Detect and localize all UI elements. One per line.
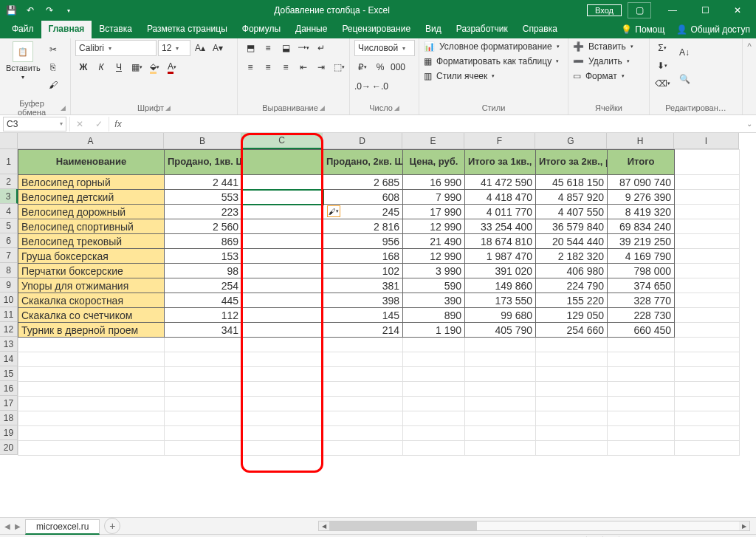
cell[interactable]: [323, 426, 403, 441]
cell[interactable]: [536, 411, 608, 426]
font-name-combo[interactable]: Calibri▾: [75, 40, 157, 56]
cell[interactable]: 1 987 470: [465, 249, 536, 264]
header-cell[interactable]: [675, 150, 740, 175]
cell[interactable]: 12 990: [403, 249, 465, 264]
delete-cells-button[interactable]: ➖Удалить▾: [573, 55, 630, 68]
column-header-F[interactable]: F: [464, 133, 535, 149]
header-cell[interactable]: Продано, 2кв. Шт.: [323, 150, 403, 175]
scroll-left-icon[interactable]: ◀: [319, 521, 329, 530]
cell[interactable]: [242, 338, 323, 352]
cell[interactable]: [465, 352, 536, 367]
italic-button[interactable]: К: [93, 59, 109, 75]
cell[interactable]: [675, 411, 740, 426]
tab-вставка[interactable]: Вставка: [92, 21, 140, 38]
cell[interactable]: 99 680: [465, 308, 536, 323]
decrease-decimal-icon[interactable]: ←.0: [372, 78, 388, 95]
cell[interactable]: [403, 426, 465, 441]
align-center-icon[interactable]: ≡: [260, 59, 276, 75]
cell[interactable]: 553: [165, 190, 242, 205]
cell[interactable]: 98: [165, 264, 242, 278]
cell[interactable]: [242, 190, 323, 205]
spreadsheet-grid[interactable]: ABCDEFGHI 123456789101112131415161718192…: [0, 133, 756, 517]
fx-icon[interactable]: fx: [109, 119, 127, 129]
cell[interactable]: [165, 338, 242, 352]
minimize-icon[interactable]: —: [657, 0, 688, 21]
cell[interactable]: 341: [165, 323, 242, 338]
cell[interactable]: [242, 441, 323, 456]
save-icon[interactable]: 💾: [3, 2, 19, 18]
cell[interactable]: [403, 338, 465, 352]
cell[interactable]: 4 418 470: [465, 190, 536, 205]
cell[interactable]: [242, 234, 323, 249]
cell[interactable]: [242, 411, 323, 426]
cell[interactable]: [18, 426, 165, 441]
cell[interactable]: [465, 397, 536, 411]
decrease-indent-icon[interactable]: ⇤: [295, 59, 312, 75]
cell[interactable]: 405 790: [465, 323, 536, 338]
cell[interactable]: [242, 382, 323, 397]
tab-рецензирование[interactable]: Рецензирование: [334, 21, 418, 38]
cell[interactable]: [165, 367, 242, 382]
cell[interactable]: [536, 352, 608, 367]
cell[interactable]: [323, 397, 403, 411]
tab-главная[interactable]: Главная: [41, 21, 92, 38]
cell[interactable]: [323, 441, 403, 456]
row-header-13[interactable]: 13: [0, 337, 18, 352]
row-header-15[interactable]: 15: [0, 366, 18, 381]
row-header-1[interactable]: 1: [0, 149, 18, 174]
cell[interactable]: 20 544 440: [536, 234, 608, 249]
align-right-icon[interactable]: ≡: [278, 59, 294, 75]
cell[interactable]: [465, 426, 536, 441]
cut-icon[interactable]: ✂: [45, 41, 61, 58]
cell[interactable]: 4 407 550: [536, 205, 608, 219]
column-header-A[interactable]: A: [18, 133, 164, 149]
cell[interactable]: 2 560: [165, 219, 242, 234]
cell[interactable]: 112: [165, 308, 242, 323]
cell[interactable]: 39 219 250: [608, 234, 675, 249]
cell[interactable]: 374 650: [608, 278, 675, 293]
cell[interactable]: 391 020: [465, 264, 536, 278]
cell[interactable]: 798 000: [608, 264, 675, 278]
merge-icon[interactable]: ⬚▾: [331, 59, 347, 75]
cell[interactable]: [18, 397, 165, 411]
cell[interactable]: 7 990: [403, 190, 465, 205]
cell[interactable]: 33 254 400: [465, 219, 536, 234]
cell[interactable]: [403, 352, 465, 367]
comma-icon[interactable]: 000: [390, 59, 406, 75]
align-middle-icon[interactable]: ≡: [260, 40, 276, 56]
qat-customize-icon[interactable]: ▾: [61, 2, 77, 18]
tab-формулы[interactable]: Формулы: [235, 21, 288, 38]
cell[interactable]: 145: [323, 308, 403, 323]
cell[interactable]: 590: [403, 278, 465, 293]
cell[interactable]: 153: [165, 249, 242, 264]
cell[interactable]: [465, 441, 536, 456]
column-header-C[interactable]: C: [241, 133, 323, 149]
cell[interactable]: 4 169 790: [608, 249, 675, 264]
accounting-icon[interactable]: ₽▾: [354, 59, 371, 75]
cell[interactable]: 223: [165, 205, 242, 219]
scroll-thumb[interactable]: [329, 521, 477, 530]
cell[interactable]: 2 182 320: [536, 249, 608, 264]
number-format-combo[interactable]: Числовой▾: [354, 40, 415, 56]
cell[interactable]: [242, 205, 323, 219]
sheet-nav-next-icon[interactable]: ▶: [15, 522, 21, 530]
cell[interactable]: [465, 367, 536, 382]
align-top-icon[interactable]: ⬒: [242, 40, 258, 56]
cell[interactable]: [242, 352, 323, 367]
cell[interactable]: [242, 249, 323, 264]
cell[interactable]: [323, 338, 403, 352]
sheet-nav-prev-icon[interactable]: ◀: [4, 522, 10, 530]
cell[interactable]: Велосипед спортивный: [18, 219, 165, 234]
cell[interactable]: [323, 367, 403, 382]
row-header-18[interactable]: 18: [0, 411, 18, 425]
ribbon-options-icon[interactable]: ▢: [628, 2, 651, 18]
row-header-19[interactable]: 19: [0, 425, 18, 440]
cell[interactable]: Турник в дверной проем: [18, 323, 165, 338]
cell[interactable]: [608, 397, 675, 411]
shrink-font-icon[interactable]: A▾: [210, 40, 226, 56]
share-button[interactable]: 👤 Общий доступ: [670, 21, 756, 38]
insert-cells-button[interactable]: ➕Вставить▾: [573, 40, 633, 53]
cell[interactable]: [165, 397, 242, 411]
cell[interactable]: [242, 323, 323, 338]
collapse-ribbon-icon[interactable]: ^: [743, 38, 756, 114]
